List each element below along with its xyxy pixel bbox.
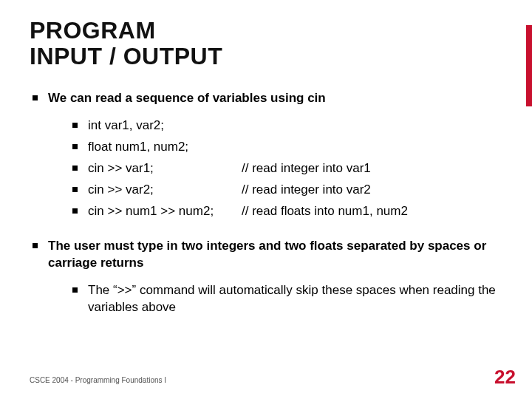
code-stmt: int var1, var2; xyxy=(88,117,242,134)
code-stmt: float num1, num2; xyxy=(88,139,242,156)
accent-bar xyxy=(526,25,532,106)
code-comment: // read integer into var1 xyxy=(242,160,371,177)
bullet-square-icon xyxy=(72,187,78,192)
bullet-square-icon xyxy=(72,123,78,128)
code-line: cin >> var2; // read integer into var2 xyxy=(72,182,502,199)
sub-bullet: The “>>” command will automatically skip… xyxy=(72,282,502,316)
page-number: 22 xyxy=(494,366,516,389)
code-line: int var1, var2; xyxy=(72,117,502,134)
code-sublist: int var1, var2; float num1, num2; cin >>… xyxy=(72,117,502,220)
code-stmt: cin >> var1; xyxy=(88,160,242,177)
bullet-square-icon xyxy=(33,243,38,248)
slide-title: PROGRAM INPUT / OUTPUT xyxy=(30,18,502,69)
bullet-level1: We can read a sequence of variables usin… xyxy=(33,90,502,107)
code-line: cin >> var1; // read integer into var1 xyxy=(72,160,502,177)
bullet-square-icon xyxy=(33,95,38,100)
code-comment: // read floats into num1, num2 xyxy=(242,203,408,220)
code-comment: // read integer into var2 xyxy=(242,182,371,199)
bullet-square-icon xyxy=(72,144,78,149)
code-line: float num1, num2; xyxy=(72,139,502,156)
bullet-level1: The user must type in two integers and t… xyxy=(33,238,502,272)
bullet-square-icon xyxy=(72,208,78,214)
footer-text: CSCE 2004 - Programming Foundations I xyxy=(30,376,166,384)
code-stmt: cin >> var2; xyxy=(88,182,242,199)
bullet-square-icon xyxy=(72,166,78,171)
sub-bullet-text: The “>>” command will automatically skip… xyxy=(88,282,502,316)
code-stmt: cin >> num1 >> num2; xyxy=(88,203,242,220)
bullet-text: We can read a sequence of variables usin… xyxy=(48,90,326,107)
sublist: The “>>” command will automatically skip… xyxy=(72,282,502,316)
bullet-text: The user must type in two integers and t… xyxy=(48,238,502,272)
bullet-square-icon xyxy=(72,287,78,293)
title-line-2: INPUT / OUTPUT xyxy=(30,43,222,69)
title-line-1: PROGRAM xyxy=(30,17,156,44)
code-line: cin >> num1 >> num2; // read floats into… xyxy=(72,203,502,220)
slide-content: PROGRAM INPUT / OUTPUT We can read a seq… xyxy=(0,0,532,316)
